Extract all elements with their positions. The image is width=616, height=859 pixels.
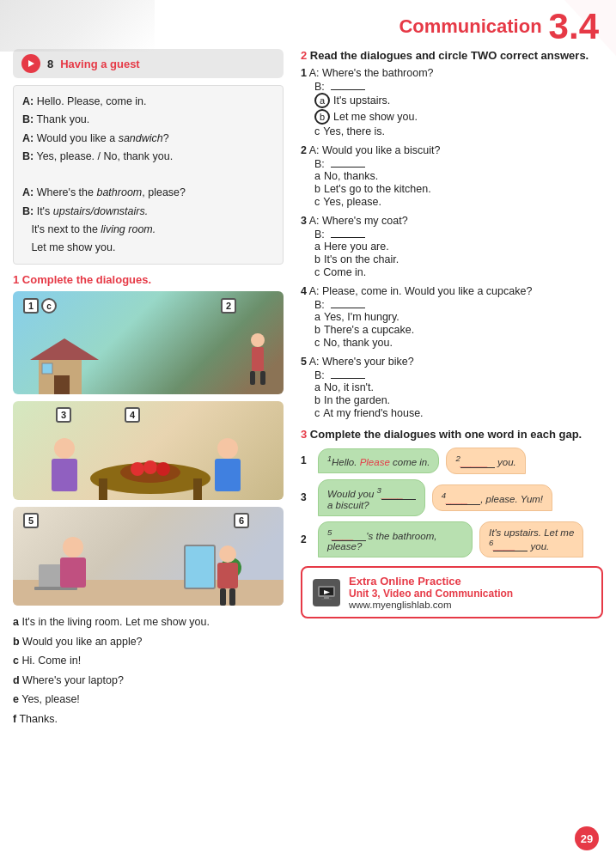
bubble-left-3: Would you 3____a biscuit? (318, 479, 425, 516)
q4-options: a Yes, I'm hungry. b There's a cupcake. … (301, 311, 603, 349)
house-svg (30, 334, 99, 394)
q2-options: a No, thanks. b Let's go to the kitchen.… (301, 170, 603, 208)
question-4: 4 A: Please, come in. Would you like a c… (301, 285, 603, 349)
left-column: 8 Having a guest A: Hello. Please, come … (13, 49, 296, 734)
q5-option-c-text: At my friend's house. (323, 407, 423, 419)
option-circle-a: a (314, 93, 330, 108)
dialogue-box: A: Hello. Please, come in. B: Thank you.… (13, 85, 284, 265)
question-5: 5 A: Where's your bike? B: a No, it isn'… (301, 356, 603, 419)
q1-option-b-text: Let me show you. (333, 111, 418, 123)
extra-practice-box: Extra Online Practice Unit 3, Video and … (301, 566, 603, 618)
bubble-left-1: 1Hello. Please come in. (318, 448, 439, 473)
exercise3-instruction: 3 Complete the dialogues with one word i… (301, 428, 603, 441)
q1-option-c: c Yes, there is. (314, 125, 603, 137)
q2-c-label: c (314, 196, 320, 208)
q4-option-a-text: Yes, I'm hungry. (324, 311, 399, 323)
right-column: 2 Read the dialogues and circle TWO corr… (296, 49, 603, 734)
answer-c: c Hi. Come in! (13, 651, 284, 671)
svg-rect-18 (52, 459, 77, 491)
dialogue-line-5: A: Where's the bathroom, please? (22, 184, 274, 202)
q1-option-a-text: It's upstairs. (333, 94, 390, 107)
svg-rect-30 (217, 563, 238, 588)
svg-point-15 (143, 460, 157, 474)
q2-option-c: c Yes, please. (314, 196, 603, 208)
svg-rect-32 (229, 588, 235, 606)
q1-option-c-text: Yes, there is. (323, 125, 385, 137)
q3-header: 3 A: Where's my coat? (301, 215, 603, 227)
kitchen-svg (13, 431, 284, 500)
answers-list: a It's in the living room. Let me show y… (13, 612, 284, 728)
blank-4: ____ (446, 494, 480, 505)
svg-marker-3 (30, 338, 99, 360)
q3-option-a: a Here you are. (314, 241, 603, 253)
svg-point-27 (63, 537, 83, 557)
bubble-5-container: 5 (23, 514, 39, 527)
svg-rect-28 (60, 557, 86, 588)
q3-option-b-text: It's on the chair. (324, 253, 399, 265)
q2-header: 2 A: Would you like a biscuit? (301, 144, 603, 156)
sup-1: 1 (327, 454, 332, 463)
q3-option-c-text: Come in. (323, 266, 366, 278)
blank-6: ____ (493, 540, 528, 551)
answer-b: b Would you like an apple? (13, 632, 284, 652)
row1-num: 1 (301, 454, 311, 466)
q1-option-b: b Let me show you. (314, 109, 603, 125)
dialogue-row-2: 2 5____'s the bathroom, please? It's ups… (301, 521, 603, 558)
exercise2-number: 2 (301, 49, 307, 62)
q1-options: a It's upstairs. b Let me show you. c Ye… (301, 93, 603, 137)
q2-b: B: (314, 158, 603, 170)
svg-point-17 (54, 438, 75, 459)
page-title-text: Communication (399, 15, 541, 38)
exercise1-header: 1 Complete the dialogues. (13, 273, 284, 286)
dialogue-row-1: 1 1Hello. Please come in. 2_____ you. (301, 448, 603, 474)
row3-num: 3 (301, 491, 311, 503)
svg-point-14 (131, 462, 144, 476)
dialogue-line-1: A: Hello. Please, come in. (22, 93, 274, 111)
audio-title: Having a guest (60, 58, 139, 70)
dialogue-row-3: 3 Would you 3____a biscuit? 4____, pleas… (301, 479, 603, 516)
bubble-3-container: 3 (56, 408, 71, 421)
audio-icon[interactable] (21, 54, 40, 73)
option-circle-b: b (314, 109, 330, 125)
exercise3-number: 3 (301, 428, 307, 441)
person-scene1 (245, 332, 271, 390)
question-2: 2 A: Would you like a biscuit? B: a No, … (301, 144, 603, 208)
dialogue-line-8: Let me show you. (22, 239, 274, 257)
bubble-right-3: 4____, please. Yum! (432, 484, 552, 511)
dialogue-line-4: B: Yes, please. / No, thank you. (22, 148, 274, 166)
page-header: Communication 3.4 (0, 0, 616, 49)
q5-option-c: c At my friend's house. (314, 407, 603, 419)
svg-rect-11 (99, 478, 107, 500)
q3-b: B: (314, 228, 603, 241)
row2-num: 2 (301, 533, 311, 545)
bubble-num-4: 4 (125, 407, 140, 423)
svg-rect-7 (252, 347, 264, 371)
bubble-1: 1 c (23, 298, 57, 314)
bubble-right-1: 2_____ you. (446, 448, 525, 474)
q2-b-label: b (314, 183, 320, 195)
svg-rect-9 (260, 371, 265, 385)
q4-option-c-text: No, thank you. (323, 337, 393, 349)
dialogue-line-7: It's next to the living room. (22, 221, 274, 239)
blank-5: ____ (332, 530, 366, 541)
bubble-2: 2 (221, 298, 236, 314)
bubble-right-2: It's upstairs. Let me6____ you. (479, 521, 583, 558)
page-number: 29 (575, 826, 599, 850)
q5-option-b-text: In the garden. (324, 394, 390, 406)
q1-option-a: a It's upstairs. (314, 93, 603, 108)
exercise3-section: 3 Complete the dialogues with one word i… (301, 428, 603, 557)
q3-options: a Here you are. b It's on the chair. c C… (301, 241, 603, 278)
bubble-4-container: 4 (125, 408, 140, 421)
answer-e: e Yes, please! (13, 690, 284, 710)
q5-b: B: (314, 369, 603, 381)
q3-option-b: b It's on the chair. (314, 253, 603, 265)
question-1: 1 A: Where's the bathroom? B: a It's ups… (301, 67, 603, 137)
svg-rect-20 (215, 459, 241, 491)
bubble-num-5: 5 (23, 513, 39, 528)
svg-rect-4 (54, 375, 70, 394)
room-svg (13, 528, 284, 606)
answer-a: a It's in the living room. Let me show y… (13, 612, 284, 632)
answer-f: f Thanks. (13, 710, 284, 729)
svg-marker-0 (564, 0, 616, 56)
svg-rect-36 (321, 599, 332, 600)
